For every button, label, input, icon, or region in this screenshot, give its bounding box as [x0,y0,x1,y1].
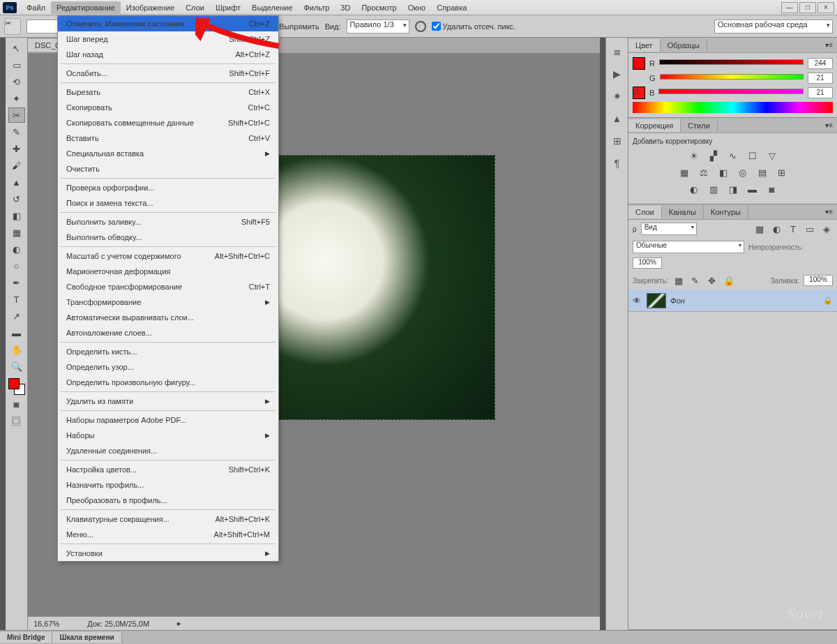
lock-all-icon[interactable]: 🔒 [723,274,735,287]
gear-icon[interactable] [415,21,426,32]
edit-menu-item[interactable]: Специальная вставка▶ [58,146,278,161]
hue-icon[interactable]: ▦ [678,166,691,179]
path-tool[interactable]: ↗ [8,308,25,324]
blend-mode-select[interactable]: Обычные [633,241,744,253]
menu-help[interactable]: Справка [431,1,472,14]
edit-menu-item[interactable]: СкопироватьCtrl+C [58,100,278,115]
zoom-tool[interactable]: 🔍 [8,359,25,374]
heal-tool[interactable]: ✚ [8,141,25,156]
photo-filter-icon[interactable]: ◎ [737,166,749,179]
edit-menu-item[interactable]: Наборы▶ [58,428,278,443]
lasso-tool[interactable]: ⟲ [8,74,25,89]
edit-menu-item[interactable]: Настройка цветов...Shift+Ctrl+K [58,462,278,477]
dodge-tool[interactable]: ○ [8,258,25,274]
r-slider[interactable] [659,59,804,68]
exposure-icon[interactable]: ☐ [746,149,759,162]
g-value[interactable]: 21 [808,73,833,84]
edit-menu-item[interactable]: Определить кисть... [58,344,278,359]
properties-icon[interactable]: ✷ [610,89,624,103]
g-slider[interactable] [660,74,804,82]
warning-swatch[interactable]: ⚠ [633,87,645,99]
panel-menu-icon[interactable]: ▾≡ [821,41,837,49]
edit-menu-item[interactable]: Скопировать совмещенные данныеShift+Ctrl… [58,115,278,130]
panel-menu-icon[interactable]: ▾≡ [821,208,837,216]
filter-adj-icon[interactable]: ◐ [770,223,783,235]
crop-tool-preset-icon[interactable]: ✂ [4,18,21,35]
edit-menu-item[interactable]: Выполнить заливку...Shift+F5 [58,214,278,230]
paragraph-icon[interactable]: ¶ [610,156,624,170]
color-swatches[interactable] [8,378,25,395]
edit-menu-item[interactable]: Клавиатурные сокращения...Alt+Shift+Ctrl… [58,511,278,527]
tab-paths[interactable]: Контуры [704,206,748,218]
edit-menu-item[interactable]: Наборы параметров Adobe PDF... [58,412,278,428]
edit-menu-item[interactable]: Установки▶ [58,546,278,561]
tab-swatches[interactable]: Образцы [661,39,707,52]
brushes-icon[interactable]: ▲ [610,112,624,126]
curves-icon[interactable]: ∿ [727,149,739,162]
close-button[interactable]: × [817,2,834,13]
tab-mini-bridge[interactable]: Mini Bridge [0,632,52,643]
actions-icon[interactable]: ▶ [610,67,624,81]
delete-pixels-check[interactable]: Удалить отсеч. пикс. [432,22,516,31]
layer-thumbnail[interactable] [647,293,666,308]
zoom-level[interactable]: 16,67% [33,620,59,628]
brightness-icon[interactable]: ☀ [688,149,700,162]
lock-transparency-icon[interactable]: ▦ [672,274,685,287]
edit-menu-item[interactable]: Шаг назадAlt+Ctrl+Z [58,47,278,62]
fill-value[interactable]: 100% [804,275,833,286]
edit-menu-item[interactable]: Удалить из памяти▶ [58,394,278,409]
menu-layers[interactable]: Слои [180,1,210,14]
pen-tool[interactable]: ✒ [8,275,25,290]
lock-pixels-icon[interactable]: ✎ [689,274,702,287]
menu-window[interactable]: Окно [402,1,432,14]
cropped-image[interactable] [251,155,495,420]
layer-name[interactable]: Фон [670,297,685,305]
screen-mode[interactable]: ⿴ [8,413,25,428]
filter-smart-icon[interactable]: ◈ [820,223,833,235]
menu-3d[interactable]: 3D [335,1,356,14]
menu-filter[interactable]: Фильтр [298,1,335,14]
opacity-value[interactable]: 100% [633,257,662,269]
edit-menu-item[interactable]: Меню...Alt+Shift+Ctrl+M [58,527,278,542]
tab-color[interactable]: Цвет [628,39,661,52]
bw-icon[interactable]: ◧ [717,166,730,179]
menu-select[interactable]: Выделение [246,1,298,14]
invert-icon[interactable]: ◐ [688,183,700,195]
status-arrow-icon[interactable]: ▸ [177,619,181,628]
edit-menu-item[interactable]: Удаленные соединения... [58,443,278,458]
brush-tool[interactable]: 🖌 [8,158,25,173]
edit-menu-item[interactable]: ВставитьCtrl+V [58,130,278,146]
b-value[interactable]: 21 [808,87,833,98]
edit-menu-item[interactable]: Очистить [58,161,278,177]
tab-channels[interactable]: Каналы [662,206,704,218]
marquee-tool[interactable]: ▭ [8,57,25,73]
menu-type[interactable]: Шрифт [210,1,246,14]
tab-layers[interactable]: Слои [628,206,662,218]
menu-file[interactable]: Файл [21,1,51,14]
clone-icon[interactable]: ⊞ [610,134,624,148]
filter-pixel-icon[interactable]: ▦ [753,223,766,235]
tab-timeline[interactable]: Шкала времени [52,632,121,643]
posterize-icon[interactable]: ▥ [707,183,720,195]
straighten-label[interactable]: Выпрямить [279,22,319,31]
tab-adjustments[interactable]: Коррекция [628,119,681,132]
mask-mode[interactable]: ◙ [8,396,25,412]
menu-edit[interactable]: Редактирование [51,1,121,14]
eyedropper-tool[interactable]: ✎ [8,124,25,140]
lock-position-icon[interactable]: ✥ [706,274,718,287]
menu-image[interactable]: Изображение [121,1,180,14]
type-tool[interactable]: T [8,292,25,307]
selective-color-icon[interactable]: ◙ [766,183,778,195]
history-icon[interactable]: ≣ [610,45,624,59]
threshold-icon[interactable]: ◨ [727,183,739,195]
edit-menu-item[interactable]: Отменить: Изменение состоянияCtrl+Z [58,16,278,31]
gradient-tool[interactable]: ▦ [8,225,25,240]
lookup-icon[interactable]: ⊞ [776,166,788,179]
foreground-swatch[interactable] [633,57,645,70]
filter-type-icon[interactable]: T [787,223,799,235]
eraser-tool[interactable]: ◧ [8,208,25,223]
channel-mixer-icon[interactable]: ▤ [756,166,769,179]
crop-tool[interactable]: ✂ [8,107,25,123]
maximize-button[interactable]: □ [799,2,816,13]
minimize-button[interactable]: — [781,2,798,13]
